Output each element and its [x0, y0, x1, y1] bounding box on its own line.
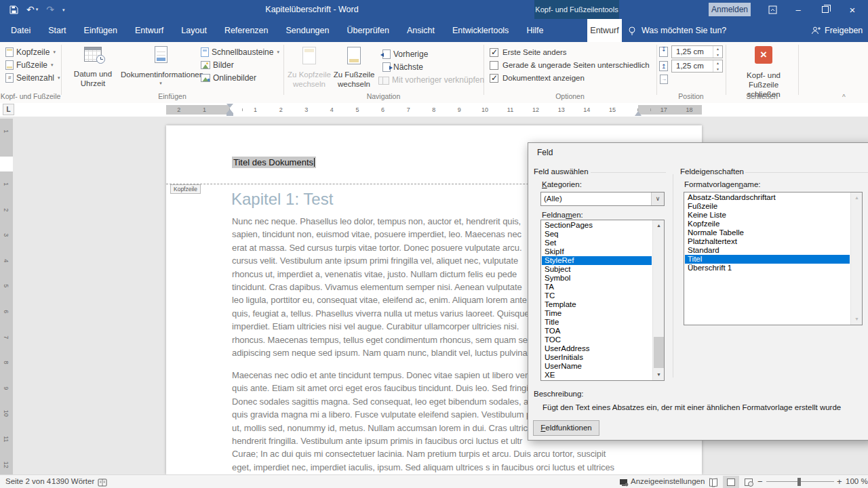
restore-icon[interactable]: [815, 0, 835, 19]
collapse-ribbon-icon[interactable]: ^: [842, 94, 846, 101]
scroll-up-icon[interactable]: ▲: [653, 220, 665, 231]
link-to-previous-button: Mit vorheriger verknüpfen: [378, 74, 484, 86]
ribbon-tab[interactable]: Referenzen: [216, 19, 277, 42]
tell-me-box[interactable]: Was möchten Sie tun?: [627, 19, 726, 42]
dropdown-arrow-icon[interactable]: ∨: [651, 192, 664, 205]
minimize-icon[interactable]: –: [788, 0, 808, 19]
tab-entwurf-contextual-active[interactable]: Entwurf: [587, 19, 622, 42]
horizontal-ruler[interactable]: 21 123456789101112131415 1718 ⊥: [166, 105, 702, 115]
field-name-item[interactable]: XE: [542, 371, 652, 380]
previous-button[interactable]: Vorherige: [380, 48, 428, 60]
print-layout-icon: [727, 479, 735, 486]
indent-markers[interactable]: [226, 105, 233, 116]
field-name-item[interactable]: Seq: [542, 230, 652, 239]
display-settings-button[interactable]: Anzeigeeinstellungen: [631, 475, 705, 488]
tab-selector[interactable]: L: [3, 104, 14, 115]
page-indicator[interactable]: Seite 2 von 4: [5, 475, 51, 488]
option-checkbox-row[interactable]: Dokumenttext anzeigen: [490, 73, 585, 83]
share-button[interactable]: Freigeben: [811, 19, 863, 42]
customize-qat-icon[interactable]: ▾: [62, 0, 65, 20]
field-name-item[interactable]: Title: [542, 318, 652, 327]
zoom-in-icon[interactable]: +: [837, 475, 842, 488]
checkbox-icon[interactable]: [490, 61, 498, 70]
vertical-ruler[interactable]: 1 123456789101112: [0, 119, 13, 474]
categories-dropdown[interactable]: (Alle) ∨: [540, 192, 665, 206]
ribbon-tab[interactable]: Entwicklertools: [443, 19, 517, 42]
field-name-item[interactable]: Time: [542, 309, 652, 318]
field-name-item[interactable]: TA: [542, 283, 652, 291]
style-name-item[interactable]: Normale Tabelle: [685, 228, 850, 237]
option-checkbox-row[interactable]: Gerade & ungerade Seiten unterschiedlich: [490, 60, 650, 70]
spinner-arrows[interactable]: ▲ ▼: [713, 60, 722, 72]
field-name-item[interactable]: UserName: [542, 362, 652, 371]
style-name-item[interactable]: Kopfzeile: [685, 220, 850, 228]
field-name-item[interactable]: Symbol: [542, 274, 652, 283]
proofing-icon[interactable]: [98, 478, 107, 488]
ribbon-tab[interactable]: Layout: [172, 19, 216, 42]
footer-button[interactable]: Fußzeile ▾: [5, 59, 54, 71]
field-name-item[interactable]: TOA: [542, 327, 652, 336]
read-mode-view-button[interactable]: [705, 476, 722, 488]
ribbon-display-options-icon[interactable]: [762, 0, 783, 19]
close-window-icon[interactable]: ×: [842, 0, 863, 19]
style-name-item[interactable]: Überschrift 1: [685, 264, 850, 272]
ribbon-tab[interactable]: Datei: [2, 19, 39, 42]
option-checkbox-row[interactable]: Erste Seite anders: [490, 47, 567, 58]
header-button[interactable]: Kopfzeile ▾: [5, 46, 56, 58]
ribbon-tab[interactable]: Hilfe: [517, 19, 552, 42]
field-name-item[interactable]: Template: [542, 300, 652, 309]
style-names-listbox[interactable]: Absatz-StandardschriftartFußzeileKeine L…: [684, 192, 863, 325]
style-name-item[interactable]: Keine Liste: [685, 211, 850, 220]
spinner-arrows[interactable]: ▲ ▼: [713, 46, 722, 58]
zoom-level[interactable]: 100 %: [846, 475, 868, 488]
style-names-scrollbar: ▲ ▼: [850, 192, 862, 325]
field-name-item[interactable]: UserAddress: [542, 344, 652, 353]
zoom-slider-thumb[interactable]: [797, 478, 801, 486]
field-name-item[interactable]: Set: [542, 239, 652, 247]
pictures-button[interactable]: Bilder: [201, 59, 234, 71]
field-dialog[interactable]: Feld Feld auswählen Feldeigenschaften Ka…: [528, 142, 868, 441]
field-name-item[interactable]: Subject: [542, 265, 652, 274]
online-pictures-button[interactable]: Onlinebilder: [201, 72, 256, 84]
next-button[interactable]: Nächste: [380, 61, 423, 73]
field-names-scrollbar[interactable]: ▲ ▼: [652, 220, 664, 380]
checkbox-icon[interactable]: [490, 74, 498, 83]
web-layout-view-button[interactable]: [741, 476, 757, 488]
body-paragraph-1: Nunc nec neque. Phasellus leo dolor, tem…: [232, 215, 535, 359]
field-name-item[interactable]: SectionPages: [542, 221, 652, 230]
field-codes-button[interactable]: Feldfunktionen: [533, 420, 599, 436]
zoom-out-icon[interactable]: −: [757, 475, 763, 488]
style-name-item[interactable]: Titel: [685, 255, 850, 264]
field-name-item[interactable]: UserInitials: [542, 353, 652, 362]
ribbon-tab[interactable]: Einfügen: [75, 19, 126, 42]
ribbon-tab[interactable]: Sendungen: [277, 19, 338, 42]
ribbon-tab[interactable]: Überprüfen: [338, 19, 398, 42]
field-name-item[interactable]: TC: [542, 291, 652, 300]
field-name-item[interactable]: StyleRef: [542, 256, 652, 265]
scrollbar-thumb[interactable]: [654, 337, 664, 368]
checkbox-icon[interactable]: [490, 48, 498, 57]
sign-in-button[interactable]: Anmelden: [709, 3, 751, 16]
page-number-button[interactable]: Seitenzahl ▾: [5, 72, 60, 84]
print-layout-view-button[interactable]: [723, 476, 739, 488]
field-name-item[interactable]: TOC: [542, 336, 652, 344]
save-icon[interactable]: [9, 5, 18, 14]
undo-dropdown-icon[interactable]: ▾: [36, 0, 39, 19]
undo-icon[interactable]: ↶: [26, 0, 35, 19]
scroll-down-icon[interactable]: ▼: [653, 369, 665, 380]
header-title-field[interactable]: Titel des Dokuments: [232, 157, 316, 168]
select-field-group-label: Feld auswählen: [534, 167, 589, 176]
style-name-item[interactable]: Standard: [685, 246, 850, 255]
ribbon-tab[interactable]: Entwurf: [126, 19, 172, 42]
ribbon-tab[interactable]: Start: [39, 19, 75, 42]
style-name-item[interactable]: Absatz-Standardschriftart: [685, 193, 850, 202]
insert-alignment-tab-button[interactable]: [660, 75, 668, 84]
field-names-listbox[interactable]: SectionPagesSeqSetSkipIfStyleRefSubjectS…: [540, 220, 665, 381]
right-indent-marker[interactable]: [635, 111, 642, 116]
quick-parts-button[interactable]: Schnellbausteine ▾: [201, 46, 279, 58]
field-name-item[interactable]: SkipIf: [542, 247, 652, 256]
style-name-item[interactable]: Fußzeile: [685, 202, 850, 211]
ribbon-tab[interactable]: Ansicht: [398, 19, 443, 42]
style-name-item[interactable]: Platzhaltertext: [685, 237, 850, 246]
word-count[interactable]: 1390 Wörter: [52, 475, 94, 488]
